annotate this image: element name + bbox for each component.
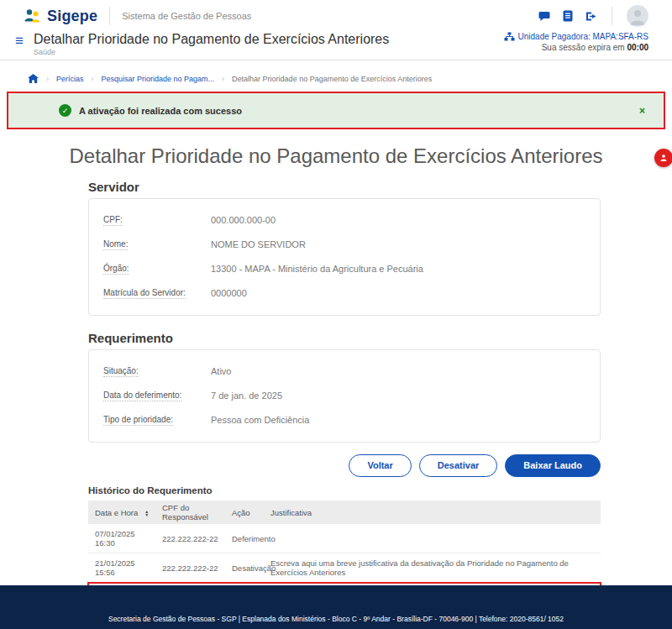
page: Sigepe Sistema de Gestão de Pessoas (0, 0, 672, 629)
orgao-label: Órgão: (103, 264, 129, 275)
person-icon (659, 154, 668, 162)
session-time: 00:00 (627, 43, 648, 52)
sigepe-logo[interactable]: Sigepe (24, 8, 97, 25)
nome-label: Nome: (103, 239, 128, 250)
header-divider (612, 7, 612, 25)
voltar-button[interactable]: Voltar (349, 454, 411, 477)
breadcrumb-link-pericias[interactable]: Perícias (56, 75, 84, 83)
tipo-prioridade-value: Pessoa com Deficiência (197, 415, 309, 425)
sort-icon[interactable]: ▲▼ (144, 510, 149, 516)
footer-text: Secretaria de Gestão de Pessoas - SGP | … (108, 615, 564, 623)
chat-icon[interactable] (538, 11, 550, 22)
field-row-cpf: CPF: 000.000.000-00 (103, 207, 585, 232)
library-icon[interactable] (563, 10, 573, 22)
avatar[interactable] (627, 5, 648, 27)
servidor-card: CPF: 000.000.000-00 Nome: NOME DO SERVID… (88, 198, 601, 316)
cell-data-hora: 21/01/2025 15:56 (95, 558, 162, 577)
field-row-orgao: Órgão: 13300 - MAPA - Ministério da Agri… (103, 256, 585, 280)
org-unit-icon (504, 32, 515, 41)
main-content: Servidor CPF: 000.000.000-00 Nome: NOME … (88, 180, 601, 612)
historico-heading: Histórico do Requerimento (88, 485, 601, 495)
matricula-value: 0000000 (197, 288, 247, 298)
header-subtitle: Saúde (34, 48, 389, 56)
cpf-label: CPF: (103, 215, 123, 226)
header-title: Detalhar Prioridade no Pagamento de Exer… (34, 32, 389, 47)
field-row-nome: Nome: NOME DO SERVIDOR (103, 232, 585, 256)
chevron-right-icon: › (92, 75, 94, 83)
brand-name: Sigepe (47, 8, 97, 25)
field-row-data-deferimento: Data do deferimento: 7 de jan. de 2025 (103, 383, 585, 407)
cell-justificativa: Escreva aqui uma breve justificativa da … (270, 558, 594, 577)
page-title: Detalhar Prioridade no Pagamento de Exer… (0, 144, 672, 168)
nome-value: NOME DO SERVIDOR (197, 239, 306, 249)
situacao-label: Situação: (103, 366, 139, 377)
cell-cpf: 222.222.222-22 (162, 563, 232, 573)
section-requerimento: Requerimento Situação: Ativo Data do def… (88, 331, 601, 443)
top-header: Sigepe Sistema de Gestão de Pessoas (0, 0, 672, 60)
sigepe-people-icon (24, 8, 42, 24)
data-deferimento-value: 7 de jan. de 2025 (197, 391, 282, 401)
tipo-prioridade-label: Tipo de prioridade: (103, 415, 173, 426)
header-icons (538, 5, 648, 27)
unidade-pagadora[interactable]: Unidade Pagadora: MAPA:SFA-RS (504, 32, 648, 41)
footer: Secretaria de Gestão de Pessoas - SGP | … (0, 585, 672, 629)
header-divider (109, 7, 110, 25)
requerimento-heading: Requerimento (88, 331, 601, 345)
session-expiry: Sua sessão expira em 00:00 (504, 43, 648, 52)
field-row-tipo-prioridade: Tipo de prioridade: Pessoa com Deficiênc… (103, 407, 585, 432)
col-acao: Ação (232, 508, 270, 517)
session-block: Unidade Pagadora: MAPA:SFA-RS Sua sessão… (504, 32, 648, 52)
action-buttons: Voltar Desativar Baixar Laudo (88, 454, 601, 477)
logout-icon[interactable] (585, 11, 597, 22)
breadcrumb: › Perícias › Pesquisar Prioridade no Pag… (0, 60, 672, 83)
situacao-value: Ativo (197, 366, 231, 376)
table-row: 07/01/2025 16:30 222.222.222-22 Deferime… (88, 524, 601, 553)
col-justificativa: Justificativa (270, 508, 594, 517)
field-row-matricula: Matrícula do Servidor: 0000000 (103, 280, 585, 305)
header-title-wrap: Detalhar Prioridade no Pagamento de Exer… (34, 32, 389, 56)
servidor-heading: Servidor (88, 180, 601, 194)
user-silhouette-icon (627, 5, 648, 27)
cell-acao: Desativação (232, 563, 270, 573)
table-header: Data e Hora▲▼ CPF do Responsável Ação Ju… (88, 501, 601, 524)
cell-data-hora: 07/01/2025 16:30 (95, 529, 162, 548)
success-alert: ✓ A ativação foi realizada com sucesso × (8, 93, 664, 128)
breadcrumb-current: Detalhar Prioridade no Pagamento de Exer… (232, 75, 432, 83)
close-icon[interactable]: × (639, 105, 650, 117)
feedback-widget-button[interactable] (654, 149, 672, 167)
section-servidor: Servidor CPF: 000.000.000-00 Nome: NOME … (88, 180, 601, 316)
unidade-pagadora-label: Unidade Pagadora: MAPA:SFA-RS (518, 32, 648, 41)
header-row-brand: Sigepe Sistema de Gestão de Pessoas (0, 0, 672, 32)
orgao-value: 13300 - MAPA - Ministério da Agricultura… (197, 264, 423, 274)
requerimento-card: Situação: Ativo Data do deferimento: 7 d… (88, 349, 601, 443)
data-deferimento-label: Data do deferimento: (103, 391, 181, 401)
cell-cpf: 222.222.222-22 (162, 534, 232, 543)
chevron-right-icon: › (222, 75, 224, 83)
header-row-title: ≡ Detalhar Prioridade no Pagamento de Ex… (0, 32, 672, 60)
col-data-hora[interactable]: Data e Hora▲▼ (95, 508, 162, 517)
table-row: 21/01/2025 15:56 222.222.222-22 Desativa… (88, 553, 601, 583)
alert-message: A ativação foi realizada com sucesso (79, 106, 242, 116)
breadcrumb-link-pesquisar[interactable]: Pesquisar Prioridade no Pagam... (102, 75, 215, 83)
col-cpf: CPF do Responsável (162, 503, 232, 522)
annotation-box-alert: ✓ A ativação foi realizada com sucesso × (7, 92, 665, 129)
baixar-laudo-button[interactable]: Baixar Laudo (505, 454, 601, 477)
cell-acao: Deferimento (232, 534, 270, 543)
matricula-label: Matrícula do Servidor: (103, 288, 186, 299)
menu-icon[interactable]: ≡ (15, 33, 24, 50)
chevron-right-icon: › (46, 75, 49, 83)
session-prefix: Sua sessão expira em (542, 43, 625, 52)
check-circle-icon: ✓ (59, 104, 71, 117)
field-row-situacao: Situação: Ativo (103, 359, 585, 383)
home-icon[interactable] (28, 74, 39, 83)
cpf-value: 000.000.000-00 (197, 215, 276, 225)
system-name: Sistema de Gestão de Pessoas (122, 11, 251, 21)
desativar-button[interactable]: Desativar (419, 454, 498, 477)
